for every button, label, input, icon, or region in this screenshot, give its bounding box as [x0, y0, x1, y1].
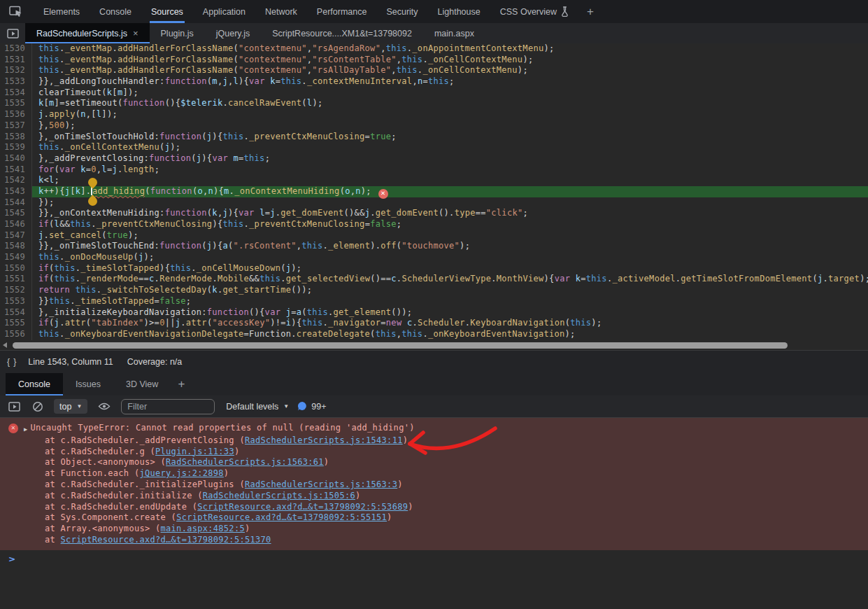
code-text[interactable]: clearTimeout(k[m]);: [32, 88, 868, 99]
messages-count-badge[interactable]: 99+: [297, 401, 326, 412]
line-number[interactable]: 1536: [0, 109, 32, 120]
code-text[interactable]: },_initializeKeyboardNavigation:function…: [32, 307, 868, 318]
console-prompt[interactable]: >: [0, 550, 868, 568]
console-filter-input[interactable]: [121, 399, 215, 414]
line-number[interactable]: 1550: [0, 263, 32, 274]
tab-css-overview[interactable]: CSS Overview: [490, 0, 580, 23]
stack-frame-link[interactable]: RadSchedulerScripts.js:1563:3: [245, 479, 397, 489]
line-number[interactable]: 1542: [0, 175, 32, 186]
line-number[interactable]: 1551: [0, 274, 32, 285]
line-number[interactable]: 1555: [0, 318, 32, 329]
line-number[interactable]: 1531: [0, 55, 32, 66]
code-text[interactable]: }}this._timeSlotTapped=false;: [32, 296, 868, 307]
stack-frame-link[interactable]: jQuery.js:2:2898: [139, 468, 223, 478]
code-text[interactable]: if(j.attr("tabIndex")>=0||j.attr("access…: [32, 318, 868, 329]
clear-console-icon[interactable]: [30, 401, 45, 412]
expand-triangle-icon[interactable]: ▶: [24, 424, 27, 435]
drawer-tab-console[interactable]: Console: [6, 373, 63, 396]
stack-frame-link[interactable]: RadSchedulerScripts.js:1563:61: [166, 457, 324, 467]
file-tab-radschedulerscripts-js[interactable]: RadSchedulerScripts.js×: [25, 23, 150, 43]
line-number[interactable]: 1554: [0, 307, 32, 318]
tab-performance[interactable]: Performance: [307, 0, 377, 23]
code-text[interactable]: }},_onTimeSlotTouchEnd:function(j){a(".r…: [32, 241, 868, 252]
file-tab-plugin-js[interactable]: Plugin.js: [150, 23, 205, 43]
code-text[interactable]: k[m]=setTimeout(function(){$telerik.canc…: [32, 98, 868, 109]
line-number[interactable]: 1549: [0, 252, 32, 263]
tab-network[interactable]: Network: [255, 0, 307, 23]
line-number[interactable]: 1547: [0, 230, 32, 241]
code-text[interactable]: j.apply(n,[l]);: [32, 109, 868, 120]
code-text[interactable]: k<l;: [32, 175, 868, 186]
code-text[interactable]: },_addPreventClosing:function(j){var m=t…: [32, 153, 868, 164]
code-text[interactable]: j.set_cancel(true);: [32, 230, 868, 241]
code-text[interactable]: return this._switchToSelectedDay(k.get_s…: [32, 285, 868, 296]
navigator-toggle-icon[interactable]: [0, 23, 25, 43]
code-text[interactable]: k++){j[k].add_hiding(function(o,n){m._on…: [32, 186, 868, 197]
line-number[interactable]: 1539: [0, 142, 32, 153]
code-text[interactable]: },_onTimeSlotTouchHold:function(j){this.…: [32, 132, 868, 143]
code-text[interactable]: this._onCellContextMenu(j);: [32, 142, 868, 153]
file-tab-main-aspx[interactable]: main.aspx: [423, 23, 485, 43]
line-number[interactable]: 1530: [0, 43, 32, 55]
line-number[interactable]: 1535: [0, 98, 32, 109]
code-text[interactable]: }},_addLongTouchHandler:function(m,j,l){…: [32, 76, 868, 88]
stack-frame-link[interactable]: Plugin.js:11:33: [155, 447, 234, 456]
stack-frame-link[interactable]: main.aspx:4852:5: [161, 524, 245, 533]
horizontal-scrollbar[interactable]: [0, 340, 868, 350]
console-sidebar-icon[interactable]: [6, 402, 22, 412]
more-tools-button[interactable]: +: [580, 0, 601, 23]
code-text[interactable]: this._eventMap.addHandlerForClassName("c…: [32, 55, 868, 66]
line-number[interactable]: 1540: [0, 153, 32, 164]
file-tab-jquery-js[interactable]: jQuery.js: [205, 23, 261, 43]
log-levels-dropdown[interactable]: Default levels ▼: [226, 402, 289, 412]
tab-lighthouse[interactable]: Lighthouse: [428, 0, 490, 23]
tab-sources[interactable]: Sources: [141, 0, 193, 23]
stack-frame-link[interactable]: ScriptResource.axd?d…&t=13798092:5:53689: [197, 502, 408, 512]
line-number[interactable]: 1553: [0, 296, 32, 307]
code-text[interactable]: }},_onContextMenuHiding:function(k,j){va…: [32, 208, 868, 219]
line-number[interactable]: 1532: [0, 65, 32, 76]
tab-console[interactable]: Console: [90, 0, 141, 23]
drawer-tab-3d-view[interactable]: 3D View: [113, 373, 171, 396]
tab-application[interactable]: Application: [193, 0, 255, 23]
line-number[interactable]: 1538: [0, 132, 32, 143]
line-number[interactable]: 1533: [0, 76, 32, 88]
stack-frame-link[interactable]: RadSchedulerScripts.js:1505:6: [203, 491, 355, 500]
stack-frame-link[interactable]: ScriptResource.axd?d…&t=13798092:5:51370: [61, 535, 271, 545]
code-text[interactable]: this._onKeyboardEventNavigationDelegate=…: [32, 329, 868, 340]
close-icon[interactable]: ×: [133, 29, 138, 38]
code-text[interactable]: for(var k=0,l=j.length;: [32, 164, 868, 176]
code-editor[interactable]: 1530this._eventMap.addHandlerForClassNam…: [0, 43, 868, 340]
line-number[interactable]: 1556: [0, 329, 32, 340]
tab-elements[interactable]: Elements: [34, 0, 90, 23]
drawer-tab-issues[interactable]: Issues: [63, 373, 113, 396]
inspect-icon[interactable]: [4, 0, 28, 23]
code-text[interactable]: this._eventMap.addHandlerForClassName("c…: [32, 65, 868, 76]
line-number[interactable]: 1534: [0, 88, 32, 99]
line-number[interactable]: 1544: [0, 197, 32, 209]
line-number[interactable]: 1541: [0, 164, 32, 176]
code-text[interactable]: });: [32, 197, 868, 209]
code-text[interactable]: if(l&&this._preventCtxMenuClosing){this.…: [32, 219, 868, 230]
line-number[interactable]: 1543: [0, 186, 32, 197]
line-number[interactable]: 1552: [0, 285, 32, 296]
code-text[interactable]: this._onDocMouseUp(j);: [32, 252, 868, 263]
stack-frame-link[interactable]: ScriptResource.axd?d…&t=13798092:5:55151: [176, 512, 387, 522]
stack-frame-link[interactable]: RadSchedulerScripts.js:1543:11: [245, 435, 403, 445]
javascript-context-selector[interactable]: top ▼: [54, 399, 87, 414]
code-text[interactable]: },500);: [32, 120, 868, 132]
code-text[interactable]: if(this._timeSlotTapped){this._onCellMou…: [32, 263, 868, 274]
tab-security[interactable]: Security: [376, 0, 427, 23]
live-expression-eye-icon[interactable]: [96, 402, 113, 411]
pretty-print-icon[interactable]: { }: [7, 357, 17, 367]
file-tab-scriptresource-xm1-t-13798092[interactable]: ScriptResource....XM1&t=13798092: [261, 23, 423, 43]
line-number[interactable]: 1548: [0, 241, 32, 252]
code-text[interactable]: this._eventMap.addHandlerForClassName("c…: [32, 43, 868, 55]
scrollbar-left-arrow-icon[interactable]: [3, 342, 7, 348]
line-number[interactable]: 1537: [0, 120, 32, 132]
line-number[interactable]: 1545: [0, 208, 32, 219]
scrollbar-thumb[interactable]: [13, 342, 788, 349]
code-text[interactable]: if(this._renderMode==c.RenderMode.Mobile…: [32, 274, 868, 285]
line-number[interactable]: 1546: [0, 219, 32, 230]
add-drawer-tab-button[interactable]: +: [171, 373, 192, 396]
